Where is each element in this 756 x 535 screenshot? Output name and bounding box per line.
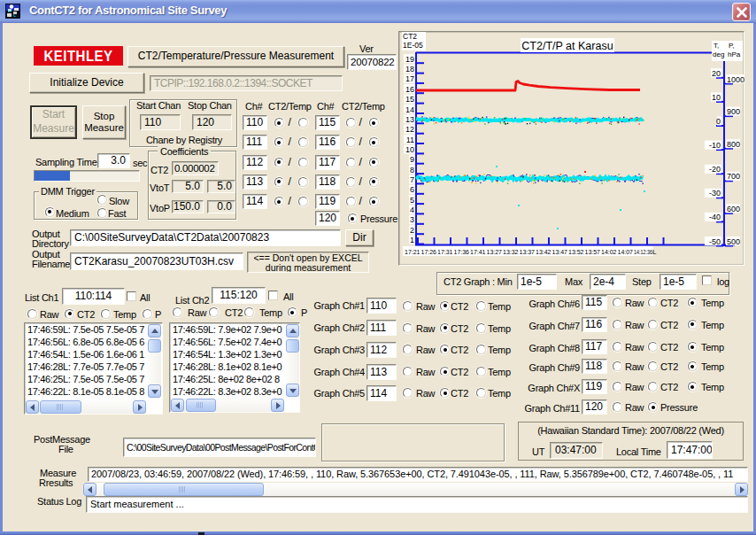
svg-text:16: 16 (405, 85, 414, 94)
svg-text:7: 7 (410, 175, 414, 184)
svg-text:8: 8 (410, 166, 414, 174)
svg-text:13: 13 (405, 115, 414, 124)
svg-text:deg: deg (713, 50, 724, 58)
svg-text:17:36: 17:36 (454, 248, 470, 256)
svg-text:17:26: 17:26 (421, 248, 437, 256)
svg-text:14:02: 14:02 (601, 248, 617, 256)
svg-text:CT2: CT2 (403, 32, 417, 41)
svg-text:-30: -30 (709, 189, 721, 198)
svg-text:19: 19 (405, 55, 414, 64)
svg-text:0: 0 (716, 117, 721, 126)
svg-text:6: 6 (410, 185, 414, 194)
svg-text:17: 17 (405, 74, 414, 83)
svg-text:9: 9 (410, 155, 414, 164)
svg-text:T,: T, (714, 42, 719, 50)
svg-text:13:52: 13:52 (568, 248, 584, 256)
svg-text:700: 700 (727, 172, 740, 181)
svg-text:-20: -20 (709, 165, 721, 174)
svg-text:3: 3 (410, 215, 414, 224)
svg-text:13:27: 13:27 (487, 248, 503, 256)
svg-text:13:57: 13:57 (585, 248, 601, 256)
svg-text:1000: 1000 (727, 75, 744, 84)
svg-text:H: H (8, 8, 12, 14)
svg-text:800: 800 (727, 140, 740, 149)
svg-text:17:31: 17:31 (437, 248, 453, 256)
svg-text:17:41: 17:41 (470, 248, 486, 256)
svg-text:hPa: hPa (728, 50, 741, 58)
svg-text:14:12:36: 14:12:36 (634, 248, 652, 256)
svg-text:17:21: 17:21 (405, 248, 420, 256)
svg-text:-40: -40 (709, 213, 721, 221)
svg-text:CT2/T/P at Karasu: CT2/T/P at Karasu (521, 40, 613, 52)
svg-text:20: 20 (712, 69, 721, 78)
svg-text:-50: -50 (709, 237, 721, 246)
svg-text:2: 2 (410, 226, 414, 235)
svg-text:15: 15 (405, 95, 414, 104)
svg-text:18: 18 (405, 65, 414, 74)
svg-text:11: 11 (406, 136, 414, 144)
svg-text:13:37: 13:37 (520, 248, 536, 256)
svg-text:13:32: 13:32 (503, 248, 519, 256)
svg-text:12: 12 (405, 125, 414, 134)
svg-text:900: 900 (727, 107, 740, 116)
svg-text:600: 600 (727, 205, 740, 213)
svg-text:4: 4 (410, 205, 414, 214)
svg-text:5: 5 (410, 196, 414, 205)
svg-text:14:07: 14:07 (618, 248, 634, 256)
svg-text:14: 14 (405, 105, 414, 114)
svg-text:10: 10 (405, 145, 414, 154)
svg-text:-10: -10 (709, 141, 721, 150)
svg-text:13:42: 13:42 (536, 248, 552, 256)
svg-text:500: 500 (727, 237, 740, 246)
svg-text:1: 1 (410, 236, 414, 244)
svg-text:10: 10 (712, 93, 721, 102)
svg-text:13:47: 13:47 (552, 248, 568, 256)
svg-text:P,: P, (729, 42, 735, 50)
svg-text:L: L (652, 248, 657, 256)
svg-text:1E-05: 1E-05 (403, 41, 423, 50)
